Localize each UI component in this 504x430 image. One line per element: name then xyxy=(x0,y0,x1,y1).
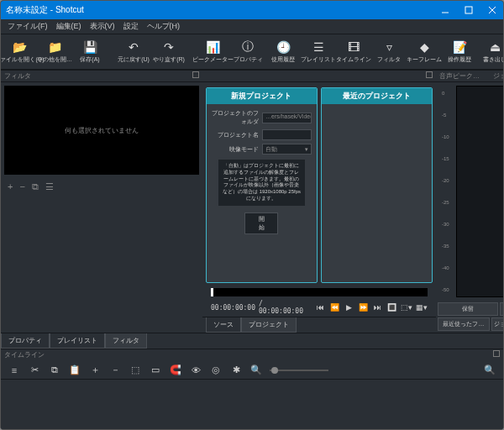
peak-scale: 0-5-10-15-20-25-30-35-40-50 xyxy=(439,86,456,297)
scrub-icon[interactable]: 👁 xyxy=(189,364,202,377)
filter-copy-button[interactable]: ⧉ xyxy=(32,181,39,192)
tab-source[interactable]: ソース xyxy=(206,317,241,333)
save-icon: 💾 xyxy=(82,39,97,55)
copy-icon[interactable]: ⧉ xyxy=(48,364,61,377)
peak-icon: 📊 xyxy=(205,39,220,55)
toolbar-redo-button[interactable]: ↷やり直す(R) xyxy=(154,39,184,64)
title-bar: 名称未設定 - Shotcut xyxy=(1,1,503,19)
lift-icon[interactable]: ⬚ xyxy=(129,364,142,377)
menu-edit[interactable]: 編集(E) xyxy=(53,19,85,34)
dock-icon[interactable] xyxy=(493,350,500,357)
openother-icon: 📁 xyxy=(47,39,62,55)
tab-project[interactable]: プロジェクト xyxy=(241,317,297,333)
menu-settings[interactable]: 設定 xyxy=(120,19,142,34)
paste-icon[interactable]: 📋 xyxy=(68,364,81,377)
center-panel: 新規プロジェクト プロジェクトのフォルダ …ers/hasek/Videos プ… xyxy=(202,70,436,333)
dock-icon[interactable] xyxy=(426,71,433,78)
toolbar-undo-button[interactable]: ↶元に戻す(U) xyxy=(118,39,149,64)
toolbar-kf-button[interactable]: ◆キーフレーム xyxy=(409,39,439,64)
ripple-icon[interactable]: ◎ xyxy=(209,364,223,377)
forward-button[interactable]: ⏩ xyxy=(358,302,369,312)
jobs-menu-button[interactable]: ☰ xyxy=(500,302,504,316)
new-project-header: 新規プロジェクト xyxy=(207,88,317,104)
append-icon[interactable]: ＋ xyxy=(88,364,102,377)
skip-start-button[interactable]: ⏮ xyxy=(314,302,325,312)
toolbar-filter-button[interactable]: ▿フィルタ xyxy=(374,39,404,64)
toolbar-save-button[interactable]: 💾保存(A) xyxy=(75,39,105,64)
player: 00:00:00:00 / 00:00:00:00 ⏮ ⏪ ▶ ⏩ ⏭ 🔳 ⬚▾… xyxy=(202,286,436,333)
zoom-out-icon[interactable]: 🔍 xyxy=(249,364,263,377)
toolbar-playlist-button[interactable]: ☰プレイリスト xyxy=(303,39,333,64)
rewind-button[interactable]: ⏪ xyxy=(329,302,340,312)
overwrite-icon[interactable]: ▭ xyxy=(149,364,162,377)
skip-end-button[interactable]: ⏭ xyxy=(372,302,383,312)
toolbar-notes-button[interactable]: 📝操作履歴 xyxy=(444,39,475,64)
project-folder-label: プロジェクトのフォルダ xyxy=(212,109,259,126)
begin-button[interactable]: 開始 xyxy=(244,212,278,234)
toolbar-open-button[interactable]: 📂ファイルを開く(O) xyxy=(4,39,34,64)
remove-icon[interactable]: － xyxy=(108,364,122,377)
toolbar-hist-button[interactable]: 🕘使用履歴 xyxy=(268,39,298,64)
menu-view[interactable]: 表示(V) xyxy=(87,19,118,34)
recent-files-tab[interactable]: 最近使ったフ… xyxy=(438,317,490,331)
toolbar-peak-button[interactable]: 📊ピークメーター xyxy=(197,39,228,64)
scrub-bar[interactable] xyxy=(211,288,428,296)
prop-icon: ⓘ xyxy=(240,39,255,55)
toolbar-tl-button[interactable]: 🎞タイムライン xyxy=(339,39,369,64)
maximize-button[interactable] xyxy=(463,4,475,16)
tab-playlist[interactable]: プレイリスト xyxy=(50,333,105,349)
jobs-header: ジョブ xyxy=(493,71,504,81)
zoom-button[interactable]: ⬚▾ xyxy=(401,302,412,312)
zoom-slider[interactable] xyxy=(270,370,328,371)
app-window: 名称未設定 - Shotcut ファイル(F) 編集(E) 表示(V) 設定 ヘ… xyxy=(0,0,504,430)
project-folder-field[interactable]: …ers/hasek/Videos xyxy=(262,113,312,123)
video-mode-select[interactable]: 自動▾ xyxy=(262,144,312,155)
project-name-input[interactable] xyxy=(262,129,312,140)
time-current[interactable]: 00:00:00:00 xyxy=(211,304,255,312)
tab-properties[interactable]: プロパティ xyxy=(1,333,50,349)
notes-icon: 📝 xyxy=(452,39,467,55)
timeline-toolbar: ≡ ✂ ⧉ 📋 ＋ － ⬚ ▭ 🧲 👁 ◎ ✱ 🔍 🔍 xyxy=(1,361,503,380)
main-area: フィルタ 何も選択されていません + − ⧉ ☰ 新規プロジェクト プロジェクト… xyxy=(1,70,503,333)
snap-icon[interactable]: 🧲 xyxy=(169,364,182,377)
new-project-card: 新規プロジェクト プロジェクトのフォルダ …ers/hasek/Videos プ… xyxy=(206,87,318,283)
menu-help[interactable]: ヘルプ(H) xyxy=(144,19,184,34)
export-icon: ⏏ xyxy=(487,39,502,55)
filter-menu-button[interactable]: ☰ xyxy=(45,181,54,192)
grid-button[interactable]: ▦▾ xyxy=(416,302,428,312)
filters-empty-text: 何も選択されていません xyxy=(65,126,139,135)
filters-empty-box: 何も選択されていません xyxy=(4,86,199,175)
jobs-tab[interactable]: ジョブ xyxy=(491,317,504,331)
menu-file[interactable]: ファイル(F) xyxy=(4,19,51,34)
filter-add-button[interactable]: + xyxy=(8,181,13,192)
timeline-header: タイムライン xyxy=(4,350,45,360)
filter-remove-button[interactable]: − xyxy=(19,181,24,192)
peak-meter-panel: 音声ピーク…ジョブ 0-5-10-15-20-25-30-35-40-50 保留… xyxy=(436,70,504,333)
dock-icon[interactable] xyxy=(192,71,199,78)
toolbar-prop-button[interactable]: ⓘプロパティ xyxy=(233,39,263,64)
hold-button[interactable]: 保留 xyxy=(438,302,498,316)
menu-bar: ファイル(F) 編集(E) 表示(V) 設定 ヘルプ(H) xyxy=(1,19,503,34)
filter-icon: ▿ xyxy=(381,39,396,55)
playlist-icon: ☰ xyxy=(311,39,326,55)
redo-icon: ↷ xyxy=(161,39,176,55)
zoom-in-icon[interactable]: 🔍 xyxy=(483,364,496,377)
tl-icon: 🎞 xyxy=(346,39,361,55)
play-button[interactable]: ▶ xyxy=(344,302,354,312)
video-mode-help: 「自動」はプロジェクトに最初に追加するファイルの解像度とフレームレートに基づきま… xyxy=(218,160,305,206)
chevron-down-icon: ▾ xyxy=(305,146,308,153)
toolbar-openother-button[interactable]: 📁その他を開… xyxy=(39,39,70,64)
hist-icon: 🕘 xyxy=(276,39,291,55)
toolbar-export-button[interactable]: ⏏書き出し xyxy=(480,39,504,64)
minimize-button[interactable] xyxy=(439,4,451,16)
timeline-panel: タイムライン ≡ ✂ ⧉ 📋 ＋ － ⬚ ▭ 🧲 👁 ◎ ✱ 🔍 🔍 xyxy=(1,349,503,429)
timeline-tracks[interactable] xyxy=(1,380,503,429)
main-toolbar: 📂ファイルを開く(O)📁その他を開…💾保存(A)↶元に戻す(U)↷やり直す(R)… xyxy=(1,34,503,70)
loop-button[interactable]: 🔳 xyxy=(386,302,397,312)
filters-buttons: + − ⧉ ☰ xyxy=(1,178,202,196)
cut-icon[interactable]: ✂ xyxy=(28,364,41,377)
close-button[interactable] xyxy=(486,4,498,16)
menu-icon[interactable]: ≡ xyxy=(8,364,21,377)
tab-filters[interactable]: フィルタ xyxy=(105,333,147,349)
ripple-all-icon[interactable]: ✱ xyxy=(229,364,243,377)
